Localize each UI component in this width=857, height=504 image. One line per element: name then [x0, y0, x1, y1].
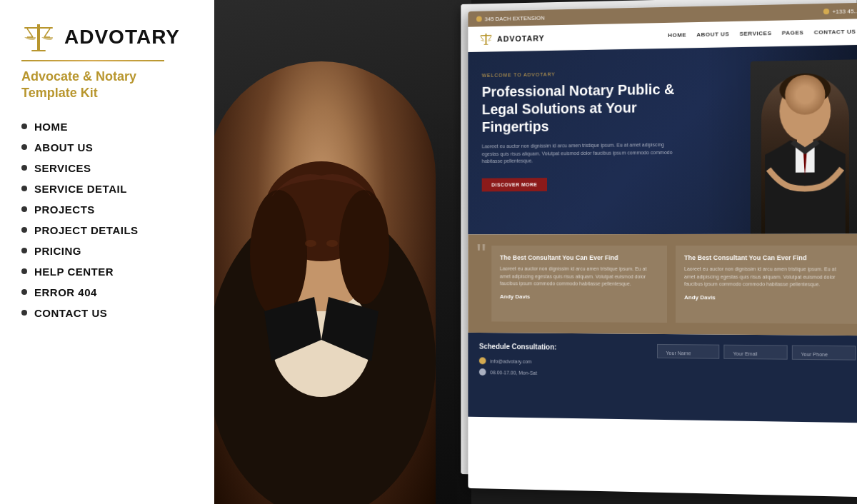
- topbar-left: 345 DACH EXTENSION: [476, 14, 545, 22]
- svg-rect-20: [484, 44, 488, 44]
- contact-email: info@advotary.com: [490, 358, 531, 364]
- nav-bullet: [21, 124, 27, 129]
- svg-point-7: [305, 240, 316, 247]
- name-input-label: Your Name: [662, 351, 696, 356]
- site-nav-about[interactable]: ABOUT US: [696, 31, 729, 38]
- svg-point-26: [808, 106, 816, 112]
- svg-point-6: [339, 190, 389, 304]
- contact-title: Schedule Consultation:: [479, 343, 646, 352]
- nav-bullet: [21, 165, 27, 171]
- nav-bullet: [21, 227, 27, 233]
- site-contact-section: Schedule Consultation: info@advotary.com…: [468, 333, 857, 423]
- site-logo-text: ADVOTARY: [497, 34, 545, 43]
- email-input[interactable]: Your Email: [723, 345, 787, 360]
- email-icon: [479, 357, 486, 364]
- brand-tagline: Advocate & Notary Template Kit: [21, 69, 193, 102]
- nav-item-projects[interactable]: PROJECTS: [21, 199, 193, 220]
- svg-line-12: [27, 29, 33, 37]
- topbar-icon-right: [823, 9, 829, 14]
- nav-item-pricing[interactable]: PRICING: [21, 241, 193, 261]
- nav-bullet: [21, 144, 27, 150]
- right-panel: 345 DACH EXTENSION +133 45...: [443, 0, 857, 504]
- nav-label-error: ERROR 404: [34, 286, 97, 298]
- site-hero: WELCOME TO ADVOTARY Professional Notary …: [468, 45, 857, 235]
- nav-bullet: [21, 268, 27, 274]
- testimonial-text-1: Laoreet eu auctor non dignissim id arcu …: [500, 266, 658, 288]
- left-panel: ADVOTARY Advocate & Notary Template Kit …: [0, 0, 471, 504]
- hero-welcome: WELCOME TO ADVOTARY: [482, 70, 683, 79]
- testimonial-card-1: The Best Consultant You Can Ever Find La…: [491, 246, 667, 323]
- nav-item-services[interactable]: SERVICES: [21, 158, 193, 178]
- contact-email-item: info@advotary.com: [479, 357, 646, 366]
- topbar-phone: +133 45...: [832, 8, 857, 15]
- testimonial-text-2: Laoreet eu auctor non dignissim id arcu …: [684, 266, 848, 288]
- nav-item-contact[interactable]: CONTACT US: [21, 303, 193, 323]
- testimonial-author-2: Andy Davis: [684, 294, 848, 301]
- nav-label-project-details: PROJECT DETAILS: [34, 224, 139, 236]
- svg-point-25: [794, 107, 801, 113]
- gold-divider: [21, 60, 164, 61]
- nav-label-home: HOME: [34, 121, 68, 133]
- nav-label-pricing: PRICING: [34, 245, 81, 257]
- form-row-1: Your Name Your Email Your Phone: [657, 344, 856, 361]
- navigation-list: HOME ABOUT US SERVICES SERVICE DETAIL PR…: [21, 116, 193, 323]
- nav-bullet: [21, 310, 27, 316]
- nav-item-home[interactable]: HOME: [21, 116, 193, 137]
- site-nav-contact[interactable]: CONTACT US: [814, 29, 856, 36]
- nav-label-about: ABOUT US: [34, 141, 93, 153]
- quote-mark: ": [476, 240, 486, 268]
- logo-icon: [21, 20, 56, 54]
- topbar-icon-left: [476, 16, 482, 22]
- svg-line-19: [488, 36, 491, 39]
- phone-input[interactable]: Your Phone: [791, 346, 856, 361]
- contact-hours-item: 08.00-17.00, Mon-Sat: [479, 368, 646, 378]
- hero-cta-button[interactable]: DISCOVER MORE: [482, 178, 547, 191]
- nav-item-error[interactable]: ERROR 404: [21, 282, 193, 303]
- nav-label-projects: PROJECTS: [34, 203, 95, 216]
- nav-label-services: SERVICES: [34, 162, 91, 174]
- email-input-label: Your Email: [728, 351, 761, 356]
- nav-item-service-detail[interactable]: SERVICE DETAIL: [21, 178, 193, 199]
- contact-info: Schedule Consultation: info@advotary.com…: [479, 343, 646, 410]
- testimonial-card-2: The Best Consultant You Can Ever Find La…: [676, 246, 857, 324]
- contact-hours: 08.00-17.00, Mon-Sat: [490, 370, 537, 376]
- topbar-right: +133 45...: [823, 8, 857, 15]
- hero-man-figure: [751, 59, 857, 234]
- svg-line-18: [481, 36, 483, 39]
- hero-content: WELCOME TO ADVOTARY Professional Notary …: [482, 70, 683, 191]
- svg-point-5: [250, 190, 307, 318]
- nav-item-help[interactable]: HELP CENTER: [21, 261, 193, 282]
- svg-point-23: [779, 80, 831, 141]
- svg-rect-17: [481, 34, 491, 36]
- nav-label-help: HELP CENTER: [34, 266, 114, 278]
- left-content: ADVOTARY Advocate & Notary Template Kit …: [0, 0, 214, 504]
- topbar-address: 345 DACH EXTENSION: [485, 14, 545, 22]
- woman-figure: [186, 40, 457, 504]
- phone-input-label: Your Phone: [797, 352, 833, 358]
- testimonial-title-2: The Best Consultant You Can Ever Find: [684, 254, 848, 261]
- site-navigation: HOME ABOUT US SERVICES PAGES CONTACT US: [668, 29, 856, 39]
- site-nav-pages[interactable]: PAGES: [782, 29, 804, 36]
- svg-rect-10: [31, 50, 46, 51]
- svg-rect-11: [24, 27, 53, 29]
- nav-bullet: [21, 289, 27, 295]
- site-nav-home[interactable]: HOME: [668, 31, 686, 39]
- logo-area: ADVOTARY: [21, 20, 193, 54]
- hero-description: Laoreet eu auctor non dignissim id arcu …: [482, 141, 683, 166]
- nav-label-service-detail: SERVICE DETAIL: [34, 183, 127, 195]
- nav-item-about[interactable]: ABOUT US: [21, 137, 193, 158]
- clock-icon: [479, 368, 486, 376]
- nav-bullet: [21, 248, 27, 253]
- name-input[interactable]: Your Name: [657, 344, 720, 359]
- testimonial-author-1: Andy Davis: [500, 293, 658, 301]
- nav-label-contact: CONTACT US: [34, 307, 107, 319]
- contact-form: Your Name Your Email Your Phone: [657, 344, 856, 413]
- site-nav-services[interactable]: SERVICES: [739, 30, 771, 37]
- nav-item-project-details[interactable]: PROJECT DETAILS: [21, 220, 193, 241]
- nav-bullet: [21, 206, 27, 212]
- site-testimonials: " The Best Consultant You Can Ever Find …: [468, 234, 857, 336]
- brand-name: ADVOTARY: [64, 26, 180, 49]
- site-logo: ADVOTARY: [479, 31, 545, 46]
- website-mockup: 345 DACH EXTENSION +133 45...: [468, 3, 857, 498]
- svg-point-24: [779, 73, 831, 106]
